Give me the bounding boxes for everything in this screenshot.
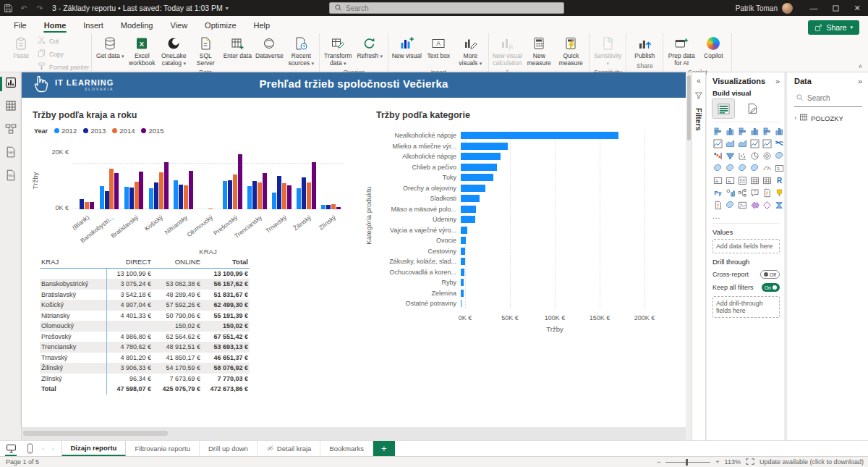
- add-data-fields-well[interactable]: Add data fields here: [712, 239, 780, 253]
- matrix-row[interactable]: Trnavský4 801,20 €41 850,17 €46 651,37 €: [40, 353, 250, 363]
- chevron-down-icon[interactable]: ▾: [226, 5, 229, 12]
- global-search[interactable]: [329, 2, 564, 14]
- filled-map-icon[interactable]: [725, 163, 736, 174]
- column-bar[interactable]: [159, 172, 163, 209]
- mobile-layout-icon[interactable]: [22, 442, 38, 456]
- column-bar[interactable]: [109, 169, 114, 209]
- treemap-icon[interactable]: [774, 151, 785, 161]
- share-button[interactable]: Share ▾: [808, 20, 859, 35]
- category-bar[interactable]: [461, 248, 465, 255]
- legend-item-2015[interactable]: 2015: [141, 127, 163, 135]
- column-bar[interactable]: [114, 173, 119, 209]
- category-bar[interactable]: [461, 206, 476, 213]
- category-bar[interactable]: [461, 185, 485, 192]
- column-bar[interactable]: [321, 205, 326, 209]
- ribbon-tab-file[interactable]: File: [6, 18, 35, 33]
- category-bar[interactable]: [461, 227, 467, 234]
- shape-map-icon[interactable]: [737, 163, 748, 174]
- column-bar[interactable]: [80, 199, 84, 209]
- 100-stacked-column-chart-icon[interactable]: [774, 126, 785, 137]
- arcgis-map-icon[interactable]: [725, 200, 736, 211]
- scatter-chart-icon[interactable]: [737, 151, 748, 161]
- avatar[interactable]: [782, 3, 793, 14]
- matrix-row[interactable]: Olomoucký150,02 €150,02 €: [40, 321, 250, 332]
- slicer-icon[interactable]: [737, 175, 748, 186]
- column-bar[interactable]: [174, 180, 178, 209]
- column-bar[interactable]: [326, 205, 331, 209]
- stacked-column-chart-icon[interactable]: [725, 126, 736, 137]
- power-apps-icon[interactable]: [749, 200, 760, 211]
- desktop-layout-icon[interactable]: [3, 442, 19, 456]
- page-tab-detail-kraja[interactable]: Detail kraja: [258, 441, 321, 457]
- minimize-button[interactable]: —: [803, 0, 825, 16]
- zoom-out-button[interactable]: −: [657, 458, 660, 466]
- zoom-slider[interactable]: [665, 462, 710, 463]
- expand-table-icon[interactable]: ›: [794, 114, 796, 122]
- category-bar[interactable]: [461, 195, 480, 202]
- ribbon-tab-view[interactable]: View: [162, 18, 195, 33]
- stacked-area-chart-icon[interactable]: [737, 138, 748, 149]
- key-influencers-icon[interactable]: [725, 188, 736, 198]
- column-bar[interactable]: [149, 188, 153, 209]
- collapse-visualizations-icon[interactable]: »: [775, 77, 780, 85]
- data-search-input[interactable]: [807, 94, 861, 102]
- matrix-row[interactable]: Košický4 907,04 €57 592,26 €62 499,30 €: [40, 300, 250, 311]
- category-bar[interactable]: [461, 279, 464, 286]
- report-view-button[interactable]: [0, 72, 22, 96]
- more-visual-options[interactable]: ...: [712, 211, 780, 224]
- table-view-button[interactable]: [0, 96, 22, 119]
- refresh-button[interactable]: Refresh ▾: [354, 33, 386, 60]
- decomposition-tree-icon[interactable]: [737, 188, 748, 198]
- image-icon[interactable]: [737, 200, 748, 211]
- ribbon-chart-icon[interactable]: [774, 138, 785, 149]
- category-bar[interactable]: [461, 216, 475, 223]
- column-bar[interactable]: [287, 185, 292, 209]
- column-bar[interactable]: [238, 154, 242, 209]
- matrix-column-header[interactable]: ONLINE: [153, 256, 202, 269]
- legend-item-2014[interactable]: 2014: [112, 127, 135, 135]
- column-bar[interactable]: [184, 185, 188, 209]
- transform-data-button[interactable]: Transform data ▾: [322, 33, 354, 67]
- page-nav-arrows[interactable]: ‹ ›: [42, 445, 57, 453]
- azure-map-icon[interactable]: [749, 163, 760, 174]
- column-bar[interactable]: [277, 176, 281, 209]
- stacked-bar-chart-icon[interactable]: [712, 126, 723, 137]
- report-page[interactable]: IT LEARNING SLOVAKIA Prehľad tržieb spol…: [22, 72, 686, 427]
- cross-report-toggle[interactable]: Off: [760, 270, 780, 279]
- matrix-icon[interactable]: [762, 175, 773, 186]
- matrix-row[interactable]: Nitriansky4 401,33 €50 790,06 €55 191,39…: [40, 311, 250, 321]
- column-bar[interactable]: [189, 171, 193, 209]
- column-bar[interactable]: [129, 188, 134, 209]
- onelake-catalog-button[interactable]: OneLake catalog ▾: [158, 33, 190, 67]
- column-bar[interactable]: [223, 181, 227, 209]
- qa-icon[interactable]: ?: [749, 188, 760, 198]
- category-bar[interactable]: [461, 258, 465, 265]
- redo-icon[interactable]: ↷: [32, 0, 48, 16]
- column-bar[interactable]: [282, 183, 286, 209]
- bar-chart-visual[interactable]: Tržby podľa kategorieNealkoholické nápoj…: [365, 110, 682, 349]
- column-bar[interactable]: [252, 181, 257, 209]
- matrix-column-header[interactable]: Total: [202, 256, 250, 269]
- ribbon-tab-home[interactable]: Home: [36, 18, 75, 33]
- build-visual-tab[interactable]: [712, 99, 734, 118]
- expand-filters-icon[interactable]: «: [697, 77, 701, 85]
- 100-stacked-bar-chart-icon[interactable]: [762, 126, 773, 137]
- prep-data-for-ai-button[interactable]: Prep data for AI: [665, 33, 697, 67]
- column-bar[interactable]: [258, 182, 262, 209]
- dax-query-view-button[interactable]: DAX: [0, 142, 22, 165]
- matrix-row[interactable]: Trenciansky4 780,62 €48 912,51 €53 693,1…: [40, 342, 250, 353]
- zoom-in-button[interactable]: +: [715, 458, 719, 466]
- data-table-polozky[interactable]: ›POLOZKY: [794, 113, 862, 123]
- line-clustered-column-chart-icon[interactable]: [762, 138, 773, 149]
- matrix-row[interactable]: Total47 598,07 €425 075,79 €472 673,86 €: [40, 384, 250, 395]
- column-bar[interactable]: [164, 162, 169, 209]
- page-tab-filtrovanie-reportu[interactable]: Filtrovanie reportu: [126, 441, 200, 457]
- keep-all-filters-toggle[interactable]: On: [762, 283, 780, 292]
- column-bar[interactable]: [139, 172, 143, 209]
- more-visuals-button[interactable]: More visuals ▾: [454, 33, 486, 67]
- category-bar[interactable]: [461, 174, 493, 181]
- clustered-bar-chart-icon[interactable]: [737, 126, 748, 137]
- search-input[interactable]: [346, 4, 559, 12]
- page-tab-bookmarks[interactable]: Bookmarks: [320, 441, 373, 457]
- recent-sources-button[interactable]: Recent sources ▾: [285, 33, 317, 67]
